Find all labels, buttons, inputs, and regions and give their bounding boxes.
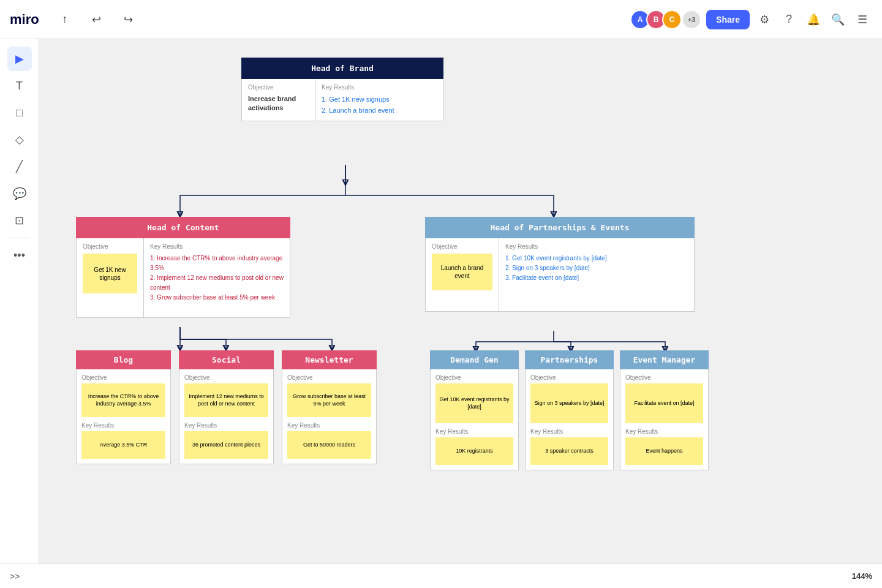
- social-obj-label: Objective: [184, 374, 268, 381]
- hob-objective-label: Objective: [248, 84, 309, 91]
- newsletter-card: Newsletter Objective Grow subscriber bas…: [282, 350, 377, 464]
- toolbar-right: A B C +3 Share ⚙ ? 🔔 🔍 ☰: [633, 10, 872, 29]
- demand-kr-label: Key Results: [435, 428, 513, 435]
- event-manager-title: Event Manager: [620, 350, 709, 369]
- demand-gen-body: Objective Get 10K event registrants by […: [430, 369, 519, 470]
- partnerships-kr-sticky: 3 speaker contracts: [530, 437, 608, 465]
- line-tool[interactable]: ╱: [7, 154, 32, 179]
- newsletter-kr-sticky: Get to 50000 readers: [287, 431, 371, 459]
- canvas: Head of Brand Objective Increase brand a…: [39, 39, 882, 564]
- hob-objective-text: Increase brand activations: [248, 94, 309, 113]
- hop-obj-col: Objective Launch a brand event: [426, 238, 499, 311]
- social-body: Objective Implement 12 new mediums to po…: [179, 369, 274, 464]
- cursor-tool[interactable]: ▶: [7, 47, 32, 71]
- hop-kr-3: 3. Facilitate event on [date]: [505, 273, 688, 283]
- partnerships-kr-label: Key Results: [530, 428, 608, 435]
- blog-kr-label: Key Results: [81, 422, 165, 429]
- hob-objective-col: Objective Increase brand activations: [242, 79, 315, 121]
- demand-obj-sticky: Get 10K event registrants by [date]: [435, 383, 513, 423]
- hop-body: Objective Launch a brand event Key Resul…: [425, 238, 695, 312]
- partnerships-card: Partnerships Objective Sign on 3 speaker…: [525, 350, 614, 470]
- avatar-count: +3: [682, 10, 701, 29]
- blog-obj-sticky: Increase the CTR% to above industry aver…: [81, 383, 165, 417]
- hoc-obj-sticky: Get 1K new signups: [83, 254, 137, 293]
- partnerships-obj-label: Objective: [530, 374, 608, 381]
- newsletter-body: Objective Grow subscriber base at least …: [282, 369, 377, 464]
- hop-kr-label: Key Results: [505, 243, 688, 250]
- demand-kr-sticky: 10K registrants: [435, 437, 513, 465]
- partnerships-title: Partnerships: [525, 350, 614, 369]
- hop-obj-sticky: Launch a brand event: [432, 254, 492, 290]
- help-icon[interactable]: ?: [779, 10, 799, 29]
- more-tool[interactable]: •••: [7, 243, 32, 268]
- avatar-group: A B C +3: [633, 10, 701, 29]
- hoc-title: Head of Content: [76, 217, 290, 238]
- social-kr-label: Key Results: [184, 422, 268, 429]
- upload-button[interactable]: ↑: [54, 9, 76, 31]
- sticky-tool[interactable]: □: [7, 100, 32, 125]
- blog-card: Blog Objective Increase the CTR% to abov…: [76, 350, 171, 464]
- text-tool[interactable]: T: [7, 74, 32, 98]
- hoc-kr-label: Key Results: [150, 243, 284, 250]
- social-kr-sticky: 36 promoted content pieces: [184, 431, 268, 459]
- event-manager-body: Objective Facilitate event on [date] Key…: [620, 369, 709, 470]
- frame-tool[interactable]: ⊡: [7, 208, 32, 233]
- demand-gen-title: Demand Gen: [430, 350, 519, 369]
- redo-button[interactable]: ↪: [118, 9, 140, 31]
- bottom-bar: >> 144%: [0, 564, 882, 588]
- toolbar-left: miro ↑ ↩ ↪: [10, 9, 140, 31]
- settings-icon[interactable]: ⚙: [755, 10, 774, 29]
- notifications-icon[interactable]: 🔔: [804, 10, 823, 29]
- share-button[interactable]: Share: [706, 10, 750, 29]
- blog-title: Blog: [76, 350, 171, 369]
- hoc-kr-2: 2. Implement 12 new mediums to post old …: [150, 273, 284, 293]
- social-card: Social Objective Implement 12 new medium…: [179, 350, 274, 464]
- zoom-level: 144%: [852, 571, 872, 581]
- partnerships-obj-sticky: Sign on 3 speakers by [date]: [530, 383, 608, 423]
- comment-tool[interactable]: 💬: [7, 181, 32, 206]
- hoc-kr-3: 3. Grow subscriber base at least 5% per …: [150, 293, 284, 303]
- hoc-body: Objective Get 1K new signups Key Results…: [76, 238, 290, 318]
- hop-kr-1: 1. Get 10K event registrants by [date]: [505, 254, 688, 263]
- newsletter-title: Newsletter: [282, 350, 377, 369]
- hoc-kr-col: Key Results 1. Increase the CTR% to abov…: [144, 238, 290, 317]
- hoc-obj-col: Objective Get 1K new signups: [77, 238, 144, 317]
- event-obj-sticky: Facilitate event on [date]: [625, 383, 703, 423]
- head-of-partnerships-card: Head of Partnerships & Events Objective …: [425, 217, 695, 312]
- blog-obj-label: Objective: [81, 374, 165, 381]
- demand-obj-label: Objective: [435, 374, 513, 381]
- head-of-brand-card: Head of Brand Objective Increase brand a…: [241, 58, 443, 121]
- undo-button[interactable]: ↩: [86, 9, 108, 31]
- social-title: Social: [179, 350, 274, 369]
- social-obj-sticky: Implement 12 new mediums to post old or …: [184, 383, 268, 417]
- newsletter-obj-sticky: Grow subscriber base at least 5% per wee…: [287, 383, 371, 417]
- hob-kr-1: 1. Get 1K new signups: [322, 94, 437, 105]
- hop-title: Head of Partnerships & Events: [425, 217, 695, 238]
- hop-obj-label: Objective: [432, 243, 492, 250]
- newsletter-kr-label: Key Results: [287, 422, 371, 429]
- hob-title: Head of Brand: [241, 58, 443, 79]
- blog-kr-sticky: Average 3.5% CTR: [81, 431, 165, 459]
- event-kr-sticky: Event happens: [625, 437, 703, 465]
- miro-logo: miro: [10, 12, 39, 28]
- event-kr-label: Key Results: [625, 428, 703, 435]
- collapse-button[interactable]: >>: [10, 571, 20, 581]
- event-obj-label: Objective: [625, 374, 703, 381]
- hop-kr-col: Key Results 1. Get 10K event registrants…: [499, 238, 694, 311]
- shape-tool[interactable]: ◇: [7, 127, 32, 152]
- menu-icon[interactable]: ☰: [853, 10, 872, 29]
- toolbar: miro ↑ ↩ ↪ A B C +3 Share ⚙ ? 🔔 🔍 ☰: [0, 0, 882, 39]
- hop-kr-2: 2. Sign on 3 speakers by [date]: [505, 263, 688, 273]
- canvas-content: Head of Brand Objective Increase brand a…: [39, 39, 882, 564]
- hoc-kr-1: 1. Increase the CTR% to above industry a…: [150, 254, 284, 273]
- newsletter-obj-label: Objective: [287, 374, 371, 381]
- left-sidebar: ▶ T □ ◇ ╱ 💬 ⊡ •••: [0, 39, 39, 588]
- head-of-content-card: Head of Content Objective Get 1K new sig…: [76, 217, 290, 318]
- search-icon[interactable]: 🔍: [828, 10, 848, 29]
- hoc-obj-label: Objective: [83, 243, 137, 250]
- hob-kr-2: 2. Launch a brand event: [322, 105, 437, 116]
- partnerships-body: Objective Sign on 3 speakers by [date] K…: [525, 369, 614, 470]
- hob-body: Objective Increase brand activations Key…: [241, 79, 443, 121]
- event-manager-card: Event Manager Objective Facilitate event…: [620, 350, 709, 470]
- blog-body: Objective Increase the CTR% to above ind…: [76, 369, 171, 464]
